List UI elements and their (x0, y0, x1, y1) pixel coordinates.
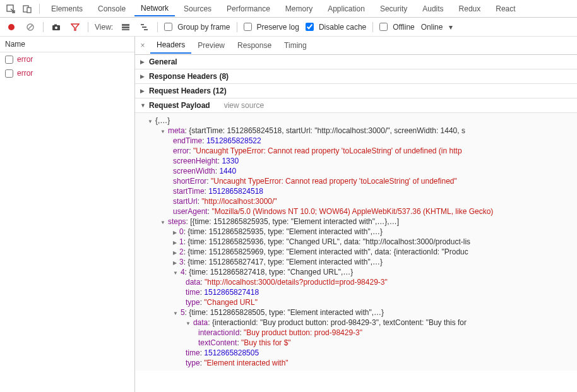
request-row[interactable]: error (0, 66, 134, 80)
throttling-select[interactable]: Online (421, 23, 443, 32)
tab-elements[interactable]: Elements (45, 2, 89, 16)
detail-tab-headers[interactable]: Headers (150, 37, 191, 54)
svg-rect-7 (54, 24, 57, 25)
tab-performance[interactable]: Performance (220, 2, 277, 16)
separator (88, 22, 88, 32)
tab-redux[interactable]: Redux (453, 2, 487, 16)
main-split: Name error error × Headers Preview Respo… (0, 37, 577, 392)
tree-node[interactable]: steps: [{time: 1512865825935, type: "Ele… (135, 217, 577, 227)
detail-tab-response[interactable]: Response (231, 38, 278, 53)
tree-leaf: time: 1512865828505 (135, 348, 577, 358)
disable-cache-checkbox[interactable]: Disable cache (306, 23, 366, 32)
svg-rect-9 (122, 27, 129, 28)
detail-tab-preview[interactable]: Preview (191, 38, 231, 53)
tree-leaf: userAgent: "Mozilla/5.0 (Windows NT 10.0… (135, 206, 577, 217)
tree-leaf: type: "Changed URL" (135, 297, 577, 307)
request-row[interactable]: error (0, 52, 134, 66)
separator (237, 22, 237, 32)
tree-node[interactable]: data: {interactionId: "Buy product butto… (135, 318, 577, 328)
detail-tabs: × Headers Preview Response Timing (135, 37, 577, 55)
tree-leaf: screenWidth: 1440 (135, 166, 577, 176)
preserve-log-label: Preserve log (257, 23, 299, 32)
section-title: General (149, 57, 177, 66)
section-title: Request Payload (149, 101, 210, 110)
close-icon[interactable]: × (135, 41, 150, 50)
tree-leaf: textContent: "Buy this for $" (135, 338, 577, 348)
tree-leaf: data: "http://localhost:3000/details?pro… (135, 277, 577, 287)
svg-rect-13 (144, 29, 148, 30)
tab-react[interactable]: React (489, 2, 521, 16)
separator (43, 22, 44, 32)
tree-leaf: time: 1512865827418 (135, 287, 577, 297)
offline-label: Offline (393, 23, 414, 32)
inspect-icon[interactable] (4, 2, 18, 16)
svg-point-6 (55, 27, 57, 29)
tree-node[interactable]: 1: {time: 1512865825936, type: "Changed … (135, 237, 577, 247)
tree-leaf: error: "Uncaught TypeError: Cannot read … (135, 146, 577, 156)
tree-leaf: shortError: "Uncaught TypeError: Cannot … (135, 176, 577, 186)
section-general[interactable]: ▶General (135, 55, 577, 69)
offline-checkbox[interactable]: Offline (379, 23, 414, 32)
svg-rect-8 (122, 24, 129, 26)
request-checkbox[interactable] (5, 56, 13, 64)
tree-leaf: interactionId: "Buy product button: prod… (135, 328, 577, 338)
tab-network[interactable]: Network (134, 1, 175, 16)
tree-node[interactable]: 4: {time: 1512865827418, type: "Changed … (135, 267, 577, 277)
throttling-caret-icon[interactable]: ▾ (449, 23, 453, 32)
separator (39, 4, 40, 14)
svg-rect-11 (141, 24, 144, 25)
disable-cache-label: Disable cache (319, 23, 366, 32)
section-title: Request Headers (12) (149, 86, 227, 95)
separator (157, 22, 158, 32)
group-by-frame-label: Group by frame (177, 23, 230, 32)
request-name: error (17, 55, 33, 64)
tree-leaf: startUrl: "http://localhost:3000/" (135, 196, 577, 206)
view-label: View: (95, 23, 113, 32)
tab-sources[interactable]: Sources (177, 2, 218, 16)
svg-rect-12 (142, 27, 146, 28)
tree-leaf: screenHeight: 1330 (135, 156, 577, 166)
view-source-link[interactable]: view source (224, 101, 264, 110)
waterfall-icon[interactable] (138, 21, 151, 33)
preserve-log-checkbox[interactable]: Preserve log (244, 23, 299, 32)
tab-application[interactable]: Application (321, 2, 371, 16)
tab-console[interactable]: Console (92, 2, 132, 16)
tree-node[interactable]: {,…} (135, 116, 577, 126)
tree-node[interactable]: 5: {time: 1512865828505, type: "Element … (135, 307, 577, 318)
tree-leaf: endTime: 1512865828522 (135, 136, 577, 146)
filter-icon[interactable] (69, 21, 81, 33)
tree-leaf: type: "Element interacted with" (135, 358, 577, 368)
request-detail: × Headers Preview Response Timing ▶Gener… (135, 37, 577, 392)
separator (372, 22, 373, 32)
tab-memory[interactable]: Memory (279, 2, 319, 16)
tree-node[interactable]: 0: {time: 1512865825935, type: "Element … (135, 227, 577, 237)
request-list: Name error error (0, 37, 135, 392)
request-checkbox[interactable] (5, 69, 13, 78)
svg-rect-2 (27, 8, 31, 13)
section-request-headers[interactable]: ▶Request Headers (12) (135, 84, 577, 98)
large-rows-icon[interactable] (119, 21, 132, 33)
section-response-headers[interactable]: ▶Response Headers (8) (135, 69, 577, 84)
section-request-payload[interactable]: ▼Request Payloadview source (135, 98, 577, 113)
name-column-header[interactable]: Name (0, 37, 134, 52)
tab-audits[interactable]: Audits (416, 2, 449, 16)
tree-node[interactable]: 3: {time: 1512865827417, type: "Element … (135, 257, 577, 267)
section-title: Response Headers (8) (149, 72, 229, 81)
record-icon[interactable] (5, 21, 18, 33)
tree-node[interactable]: meta: {startTime: 1512865824518, startUr… (135, 126, 577, 136)
tab-security[interactable]: Security (374, 2, 413, 16)
network-toolbar: View: Group by frame Preserve log Disabl… (0, 18, 577, 37)
panel-tabbar: Elements Console Network Sources Perform… (0, 0, 577, 18)
capture-screenshot-icon[interactable] (50, 21, 62, 33)
tree-node[interactable]: 2: {time: 1512865825969, type: "Element … (135, 247, 577, 257)
svg-point-3 (8, 24, 15, 30)
group-by-frame-checkbox[interactable]: Group by frame (164, 23, 230, 32)
device-toolbar-icon[interactable] (20, 2, 34, 16)
clear-icon[interactable] (24, 21, 37, 33)
request-name: error (17, 69, 33, 78)
detail-tab-timing[interactable]: Timing (278, 38, 313, 53)
payload-tree: {,…} meta: {startTime: 1512865824518, st… (135, 113, 577, 371)
headers-sections: ▶General ▶Response Headers (8) ▶Request … (135, 55, 577, 392)
tree-leaf: startTime: 1512865824518 (135, 186, 577, 196)
svg-rect-10 (122, 29, 129, 30)
